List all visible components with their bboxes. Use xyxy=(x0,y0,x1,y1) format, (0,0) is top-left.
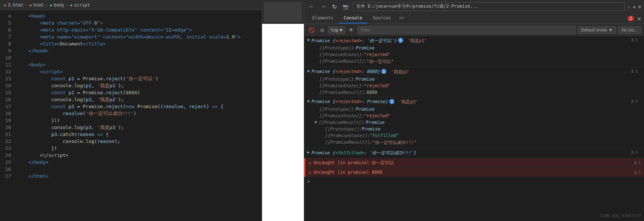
promise-child-row: [[PromiseState]]: "rejected" xyxy=(307,82,641,89)
promise-prop-value: Promise xyxy=(366,120,385,125)
back-button[interactable]: ← xyxy=(307,3,316,11)
promise-main-row: Promise {<fulfilled>: '你一定可以成功!!!'}3.l xyxy=(307,149,641,157)
promise-prop-key: [[Prototype]]: xyxy=(319,45,356,51)
promise-sub-prop-key: [[Prototype]]: xyxy=(325,126,362,132)
promise-child-row: [[PromiseState]]: "rejected" xyxy=(307,113,641,119)
promise-prop-value: "rejected" xyxy=(364,52,390,57)
expand-sub-arrow-icon[interactable] xyxy=(314,120,317,125)
no-issues-button[interactable]: No Iss... xyxy=(618,26,641,34)
tab-sources[interactable]: Sources xyxy=(367,13,396,23)
topbar-icons: ☆ ★ ≡ xyxy=(628,4,641,10)
breadcrumb-html: html xyxy=(33,3,44,8)
promise-child-row: [[Prototype]]: Promise xyxy=(307,76,641,82)
top-select[interactable]: top ▼ xyxy=(328,26,345,34)
bookmark-icon[interactable]: ☆ xyxy=(628,4,630,10)
promise-prop-value: "你一定可以" xyxy=(367,59,394,65)
promise-child-row: [[PromiseResult]]: Promise xyxy=(307,119,641,126)
error-badge: 2 xyxy=(628,16,634,21)
eye-icon[interactable]: 👁 xyxy=(347,26,355,34)
promise-sub-prop-key: [[PromiseState]]: xyxy=(325,133,370,138)
line-reference[interactable]: 3.l xyxy=(631,38,641,43)
error-message: Uncaught (in promise) 8888 xyxy=(313,170,634,175)
info-icon[interactable]: i xyxy=(398,38,403,43)
promise-tag-label: '我是p2' xyxy=(391,69,410,75)
promise-prop-value: 8888 xyxy=(367,90,377,95)
tab-elements[interactable]: Elements xyxy=(307,13,339,23)
promise-prop-key: [[Prototype]]: xyxy=(319,107,356,112)
promise-child-row: [[PromiseResult]]: "你一定可以" xyxy=(307,58,641,66)
promise-child-row: [[PromiseResult]]: 8888 xyxy=(307,89,641,96)
promise-sub-child-row: [[Prototype]]: Promise xyxy=(307,126,641,132)
close-devtools-icon[interactable]: ✕ xyxy=(634,15,644,22)
line-reference[interactable]: 3.l xyxy=(631,99,641,104)
info-icon[interactable]: i xyxy=(389,99,394,104)
url-bar: 文件 D:/java+vue学习中/promise/fc调/2-Promise.… xyxy=(353,2,625,11)
screenshot-button[interactable]: 📷 xyxy=(341,3,350,10)
info-icon[interactable]: i xyxy=(381,69,386,74)
top-dropdown-icon: ▼ xyxy=(340,27,342,33)
promise-child-row: [[PromiseState]]: "rejected" xyxy=(307,51,641,58)
promise-main-row: Promise {<rejected>: Promise}i'我是p3'3.l xyxy=(307,98,641,106)
console-toolbar: 🚫 ⊘ top ▼ 👁 Default levels ▼ No Iss... xyxy=(304,24,644,36)
promise-prop-value: Promise xyxy=(356,45,375,51)
line-numbers: 4567891011121314151617181920212223242526… xyxy=(0,10,15,221)
forward-button[interactable]: → xyxy=(319,3,328,11)
promise-tag-label: '我是p3' xyxy=(399,99,418,105)
filter-input[interactable] xyxy=(357,26,575,34)
preview-panel xyxy=(262,0,304,221)
expand-arrow-icon[interactable] xyxy=(307,99,310,104)
default-levels-button[interactable]: Default levels ▼ xyxy=(578,26,616,34)
promise-main-row: Promise {<rejected>: '你一定可以'}i'我是p1'3.l xyxy=(307,37,641,45)
tab-more[interactable]: >> xyxy=(396,13,407,23)
expand-arrow-icon[interactable] xyxy=(307,150,310,155)
promise-label: Promise {<rejected>: '你一定可以'} xyxy=(311,38,397,44)
breadcrumb-file: 3.html xyxy=(8,3,23,8)
top-label: top xyxy=(331,27,339,33)
expand-arrow-icon[interactable] xyxy=(307,38,310,43)
console-promise-entry: Promise {<rejected>: 8888}i'我是p2'3.l[[Pr… xyxy=(304,67,644,97)
devtools-panel: ← → ↻ 📷 文件 D:/java+vue学习中/promise/fc调/2-… xyxy=(304,0,644,221)
promise-sub-prop-value: "你一定可以成功!!!" xyxy=(372,140,416,146)
promise-prop-key: [[PromiseState]]: xyxy=(319,113,364,118)
line-reference[interactable]: 3.l xyxy=(631,150,641,155)
promise-main-row: Promise {<rejected>: 8888}i'我是p2'3.l xyxy=(307,68,641,76)
promise-sub-prop-value: Promise xyxy=(362,126,380,132)
error-line-reference[interactable]: 3.l xyxy=(634,170,641,175)
promise-prop-key: [[PromiseResult]]: xyxy=(319,90,367,95)
console-promise-entry: Promise {<rejected>: Promise}i'我是p3'3.l[… xyxy=(304,97,644,148)
clear-console-button[interactable]: 🚫 xyxy=(307,26,316,34)
console-promise-entry: Promise {<rejected>: '你一定可以'}i'我是p1'3.l[… xyxy=(304,36,644,67)
error-message: Uncaught (in promise) 你一定可以 xyxy=(313,160,634,166)
devtools-header: ← → ↻ 📷 文件 D:/java+vue学习中/promise/fc调/2-… xyxy=(304,0,644,24)
editor-panel: ◈ 3.html › ◈ html › ◈ body › ◈ script 45… xyxy=(0,0,262,221)
preview-mini xyxy=(264,2,302,22)
error-circle-icon: ✕ xyxy=(308,160,311,166)
breadcrumb: ◈ 3.html › ◈ html › ◈ body › ◈ script xyxy=(0,0,262,10)
console-error-entry: ✕Uncaught (in promise) 88883.l xyxy=(304,168,644,177)
script-icon: ◈ xyxy=(70,3,73,8)
star-icon[interactable]: ★ xyxy=(633,4,636,10)
menu-icon[interactable]: ≡ xyxy=(638,4,641,10)
html-icon: ◈ xyxy=(29,3,32,8)
promise-prop-value: Promise xyxy=(356,77,375,82)
watermark: CSDN @qq_43667537 xyxy=(600,213,641,218)
reload-button[interactable]: ↻ xyxy=(331,3,338,11)
breadcrumb-script: script xyxy=(74,3,90,8)
breadcrumb-body: body xyxy=(54,3,64,8)
expand-arrow-icon[interactable] xyxy=(307,69,310,74)
console-prompt[interactable]: > xyxy=(304,177,644,185)
error-line-reference[interactable]: 3.l xyxy=(634,161,641,165)
line-reference[interactable]: 3.l xyxy=(631,69,641,74)
promise-prop-key: [[PromiseState]]: xyxy=(319,83,364,88)
devtools-tabs: Elements Console Sources >> xyxy=(304,13,410,23)
console-filter-button[interactable]: ⊘ xyxy=(319,26,326,34)
code-content[interactable]: <head> <meta charset="UTF-8"> <meta http… xyxy=(15,10,262,221)
promise-prop-key: [[PromiseResult]]: xyxy=(319,59,367,64)
promise-child-row: [[Prototype]]: Promise xyxy=(307,106,641,113)
body-icon: ◈ xyxy=(49,3,52,8)
promise-sub-child-row: [[PromiseState]]: "fulfilled" xyxy=(307,132,641,139)
preview-white xyxy=(262,24,304,221)
tab-console[interactable]: Console xyxy=(339,13,368,23)
console-output[interactable]: Promise {<rejected>: '你一定可以'}i'我是p1'3.l[… xyxy=(304,36,644,221)
promise-prop-value: "rejected" xyxy=(364,113,390,118)
